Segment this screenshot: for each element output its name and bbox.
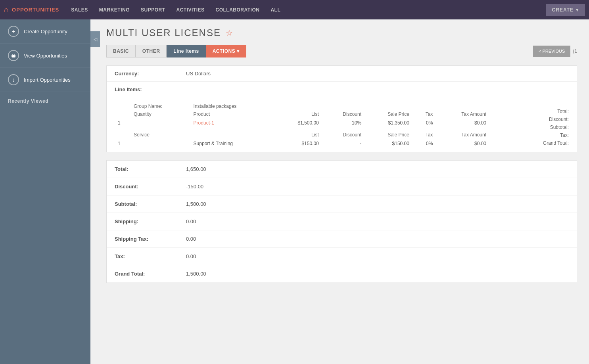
sidebar-item-create-label: Create Opportunity — [24, 29, 67, 34]
import-icon: ↓ — [8, 74, 19, 85]
nav-activities[interactable]: ACTIVITIES — [176, 7, 204, 13]
sidebar-item-import-opportunities[interactable]: ↓ Import Opportunities — [0, 68, 90, 92]
totals-grand-total-label: Grand Total: — [489, 139, 569, 147]
nav-all[interactable]: ALL — [271, 7, 280, 13]
service-label: Service — [130, 127, 190, 139]
totals-discount-label: Discount: — [489, 115, 569, 123]
nav-support[interactable]: SUPPORT — [141, 7, 165, 13]
sidebar-item-import-label: Import Opportunities — [24, 77, 71, 83]
totals-subtotal-label: Subtotal: — [489, 123, 569, 131]
app-name[interactable]: OPPORTUNITIES — [12, 7, 59, 13]
tab-other[interactable]: OTHER — [136, 45, 167, 57]
home-icon[interactable]: ⌂ — [4, 5, 9, 14]
summary-shipping-tax-label: Shipping Tax: — [115, 236, 186, 242]
currency-label: Currency: — [115, 71, 186, 77]
page-header: MULTI USER LICENSE ☆ BASIC OTHER Line It… — [102, 19, 589, 57]
summary-tax-row: Tax: 0.00 — [107, 248, 577, 265]
previous-button[interactable]: < PREVIOUS — [533, 46, 570, 57]
top-navigation: ⌂ OPPORTUNITIES SALES MARKETING SUPPORT … — [0, 0, 589, 19]
page-title: MULTI USER LICENSE — [106, 27, 221, 38]
create-button[interactable]: CREATE ▾ — [546, 4, 585, 16]
service-header-row: Service List Discount Sale Price Tax Tax… — [115, 127, 489, 139]
sidebar-item-create-opportunity[interactable]: + Create Opportunity — [0, 19, 90, 44]
col-quantity: Quantity — [130, 110, 190, 119]
page-layout: + Create Opportunity ◉ View Opportunitie… — [0, 19, 589, 364]
summary-discount-row: Discount: -150.00 — [107, 178, 577, 195]
summary-grand-total-value: 1,500.00 — [186, 271, 206, 277]
summary-shipping-label: Shipping: — [115, 218, 186, 224]
summary-tax-label: Tax: — [115, 253, 186, 259]
nav-marketing[interactable]: MARKETING — [99, 7, 130, 13]
nav-collaboration[interactable]: COLLABORATION — [216, 7, 260, 13]
tab-bar: BASIC OTHER Line Items ACTIONS ▾ < PREVI… — [106, 45, 577, 57]
page-count: (1 — [573, 48, 577, 54]
line-items-table-area: Group Name: Installable packages — [115, 100, 489, 148]
summary-shipping-tax-row: Shipping Tax: 0.00 — [107, 230, 577, 248]
sidebar: + Create Opportunity ◉ View Opportunitie… — [0, 19, 90, 364]
col-tax-amount: Tax Amount — [436, 110, 489, 119]
page-title-area: MULTI USER LICENSE ☆ — [106, 27, 577, 38]
currency-row: Currency: US Dollars — [107, 66, 577, 82]
nav-items: SALES MARKETING SUPPORT ACTIVITIES COLLA… — [71, 7, 545, 13]
col-tax: Tax — [412, 110, 436, 119]
col-sale-price: Sale Price — [365, 110, 412, 119]
group-name-row: Group Name: Installable packages — [115, 100, 489, 110]
summary-shipping-value: 0.00 — [186, 218, 196, 224]
summary-subtotal-value: 1,500.00 — [186, 201, 206, 207]
summary-section: Total: 1,650.00 Discount: -150.00 Subtot… — [106, 160, 577, 283]
sidebar-collapse-button[interactable]: ◁ — [90, 31, 100, 47]
totals-tax-label: Tax: — [489, 131, 569, 139]
summary-shipping-tax-value: 0.00 — [186, 236, 196, 242]
content-area: Currency: US Dollars Line Items: — [102, 57, 589, 291]
summary-total-row: Total: 1,650.00 — [107, 161, 577, 178]
summary-discount-value: -150.00 — [186, 184, 203, 190]
tab-basic[interactable]: BASIC — [106, 45, 136, 57]
nav-sales[interactable]: SALES — [71, 7, 88, 13]
eye-icon: ◉ — [8, 50, 19, 61]
summary-tax-value: 0.00 — [186, 253, 196, 259]
summary-total-label: Total: — [115, 166, 186, 172]
summary-discount-label: Discount: — [115, 184, 186, 190]
col-list: List — [275, 110, 322, 119]
line-items-table: Group Name: Installable packages — [115, 100, 489, 148]
table-row: 1 Support & Training $150.00 - $150.00 0… — [115, 139, 489, 148]
main-content: MULTI USER LICENSE ☆ BASIC OTHER Line It… — [90, 19, 589, 364]
summary-subtotal-label: Subtotal: — [115, 201, 186, 207]
sidebar-item-view-label: View Opportunities — [24, 53, 67, 59]
line-items-totals-labels: Total: Discount: Subtotal: Tax: Grand To… — [489, 100, 569, 148]
recently-viewed-label: Recently Viewed — [0, 92, 90, 107]
table-row: 1 Product-1 $1,500.00 10% $1,350.00 0% $… — [115, 119, 489, 127]
line-items-container: Group Name: Installable packages — [107, 96, 577, 152]
line-items-header-row: Quantity Product List Discount Sale Pric… — [115, 110, 489, 119]
currency-section: Currency: US Dollars Line Items: — [106, 65, 577, 152]
line-items-label-text: Line Items: — [107, 82, 577, 96]
tab-line-items[interactable]: Line Items — [167, 45, 205, 57]
summary-grand-total-row: Grand Total: 1,500.00 — [107, 265, 577, 283]
summary-shipping-row: Shipping: 0.00 — [107, 213, 577, 230]
product-link[interactable]: Product-1 — [190, 119, 275, 127]
summary-total-value: 1,650.00 — [186, 166, 206, 172]
favorite-star-icon[interactable]: ☆ — [226, 28, 233, 38]
col-product: Product — [190, 110, 275, 119]
plus-icon: + — [8, 26, 19, 37]
collapse-icon: ◁ — [94, 36, 97, 42]
col-discount: Discount — [322, 110, 365, 119]
tab-actions[interactable]: ACTIONS ▾ — [206, 45, 246, 57]
currency-value: US Dollars — [186, 71, 211, 77]
totals-total-label: Total: — [489, 107, 569, 115]
summary-subtotal-row: Subtotal: 1,500.00 — [107, 195, 577, 213]
sidebar-item-view-opportunities[interactable]: ◉ View Opportunities — [0, 44, 90, 68]
summary-grand-total-label: Grand Total: — [115, 271, 186, 277]
